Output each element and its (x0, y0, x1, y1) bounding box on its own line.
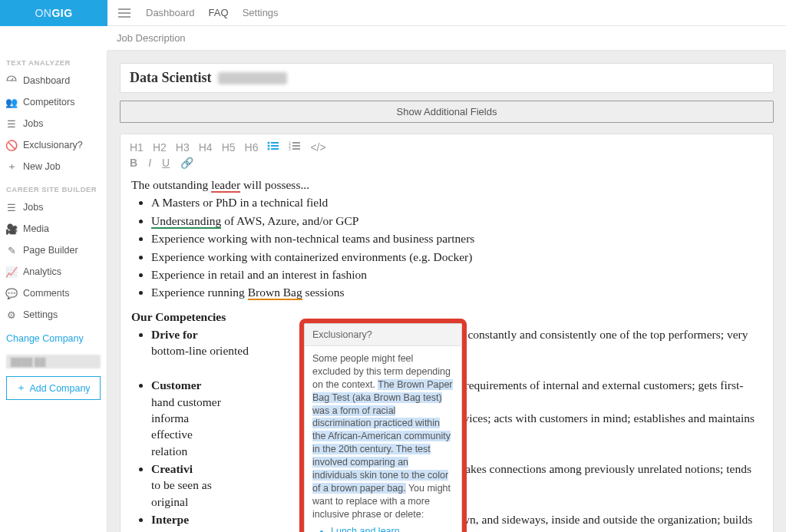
flagged-word-brown-bag[interactable]: Brown Bag (248, 286, 302, 300)
toolbar-h5[interactable]: H5 (219, 140, 239, 155)
sidebar-item-label: Analytics (23, 266, 61, 277)
editor-bullet: A Masters or PhD in a technical field (151, 194, 762, 210)
toolbar-h2[interactable]: H2 (150, 140, 170, 155)
breadcrumb: Job Description (107, 26, 786, 51)
topnav-dashboard[interactable]: Dashboard (146, 7, 195, 18)
svg-rect-11 (292, 145, 300, 147)
gear-icon: ⚙ (6, 309, 17, 320)
hamburger-icon[interactable] (114, 8, 135, 18)
sidebar-item-label: New Job (23, 161, 61, 172)
svg-rect-10 (292, 142, 300, 144)
brand-logo[interactable]: ONGIG (0, 0, 107, 26)
toolbar-italic-icon[interactable]: I (145, 155, 154, 170)
plus-icon: ＋ (6, 161, 17, 172)
svg-rect-9 (271, 148, 279, 150)
toolbar-h3[interactable]: H3 (173, 140, 193, 155)
sidebar-section-builder: CAREER SITE BUILDER (0, 177, 107, 197)
sidebar-item-label: Competitors (23, 97, 74, 107)
exclusionary-popover: Exclusionary? Some people might feel exc… (304, 323, 462, 532)
sidebar-item-label: Exclusionary? (23, 140, 83, 150)
sidebar-item-label: Jobs (23, 202, 43, 213)
camera-icon: 🎥 (6, 223, 17, 234)
toolbar-ul-icon[interactable] (264, 139, 282, 155)
list-icon: ☰ (6, 202, 17, 213)
editor-bullet: Experience working with containerized en… (151, 249, 762, 265)
sidebar-item-competitors[interactable]: 👥 Competitors (0, 91, 107, 113)
sidebar-item-analytics[interactable]: 📈 Analytics (0, 261, 107, 283)
svg-rect-12 (292, 148, 300, 150)
sidebar-item-label: Page Builder (23, 245, 78, 256)
svg-rect-7 (271, 142, 279, 144)
svg-text:3: 3 (289, 147, 291, 151)
svg-point-6 (268, 148, 270, 150)
toolbar-link-icon[interactable]: 🔗 (177, 155, 196, 170)
ban-icon: 🚫 (6, 140, 17, 150)
editor-toolbar: H1 H2 H3 H4 H5 H6 123 </> (121, 134, 773, 155)
popover-suggestion[interactable]: Lunch and learn (331, 525, 454, 532)
topnav-settings[interactable]: Settings (243, 7, 279, 18)
topnav-faq[interactable]: FAQ (209, 7, 229, 18)
sidebar-item-new-job[interactable]: ＋ New Job (0, 156, 107, 177)
sidebar-section-analyzer: TEXT ANALYZER (0, 51, 107, 70)
show-additional-fields-button[interactable]: Show Additional Fields (120, 101, 774, 123)
chart-icon: 📈 (6, 266, 17, 277)
dashboard-icon (6, 75, 17, 86)
flagged-word-leader[interactable]: leader (211, 178, 240, 193)
sidebar-item-exclusionary[interactable]: 🚫 Exclusionary? (0, 134, 107, 156)
intro-text: will possess... (240, 178, 309, 191)
sidebar-item-label: Media (23, 223, 49, 234)
sidebar-item-label: Comments (23, 288, 69, 299)
toolbar-h4[interactable]: H4 (196, 140, 216, 155)
pencil-icon: ✎ (6, 245, 17, 256)
toolbar-h6[interactable]: H6 (242, 140, 262, 155)
people-icon: 👥 (6, 97, 17, 107)
intro-text: The outstanding (131, 178, 211, 191)
sidebar-item-jobs[interactable]: ☰ Jobs (0, 113, 107, 134)
svg-rect-8 (271, 145, 279, 147)
sidebar-item-page-builder[interactable]: ✎ Page Builder (0, 240, 107, 261)
plus-icon: ＋ (16, 382, 26, 395)
sidebar-item-settings[interactable]: ⚙ Settings (0, 304, 107, 325)
sidebar-item-comments[interactable]: 💬 Comments (0, 283, 107, 304)
editor-bullet: Experience in retail and an interest in … (151, 266, 762, 283)
list-icon: ☰ (6, 118, 17, 129)
editor-bullet: Understanding of AWS, Azure, and/or GCP (151, 213, 762, 229)
sidebar-item-label: Jobs (23, 118, 43, 129)
job-title-redacted (218, 72, 287, 84)
toolbar-h1[interactable]: H1 (127, 140, 147, 155)
comment-icon: 💬 (6, 288, 17, 299)
toolbar-code-icon[interactable]: </> (307, 140, 329, 155)
toolbar-ol-icon[interactable]: 123 (286, 139, 304, 155)
sidebar: TEXT ANALYZER Dashboard 👥 Competitors ☰ … (0, 51, 107, 532)
add-company-label: Add Company (29, 383, 90, 394)
job-title-card[interactable]: Data Scientist (120, 63, 774, 93)
flagged-word-understanding[interactable]: Understanding (151, 214, 221, 229)
content-area: Data Scientist Show Additional Fields H1… (107, 51, 786, 532)
editor-bullet: Experience working with non-technical te… (151, 230, 762, 246)
toolbar-underline-icon[interactable]: U (159, 155, 173, 170)
sidebar-item-label: Dashboard (23, 75, 70, 86)
popover-title: Exclusionary? (305, 324, 461, 346)
change-company-link[interactable]: Change Company (0, 325, 107, 352)
sidebar-item-dashboard[interactable]: Dashboard (0, 70, 107, 91)
sidebar-item-jobs2[interactable]: ☰ Jobs (0, 197, 107, 218)
popover-highlighted-explanation: The Brown Paper Bag Test (aka Brown Bag … (312, 379, 453, 494)
toolbar-bold-icon[interactable]: B (127, 155, 140, 170)
sidebar-item-media[interactable]: 🎥 Media (0, 218, 107, 240)
job-title: Data Scientist (130, 70, 212, 86)
svg-point-5 (268, 145, 270, 147)
add-company-button[interactable]: ＋ Add Company (6, 376, 101, 400)
editor-bullet: Experience running Brown Bag sessions (151, 284, 762, 300)
svg-point-4 (268, 142, 270, 144)
section-title: Our Competencies (131, 309, 762, 325)
sidebar-item-label: Settings (23, 309, 58, 320)
company-badge: ████ ██ (6, 355, 101, 368)
